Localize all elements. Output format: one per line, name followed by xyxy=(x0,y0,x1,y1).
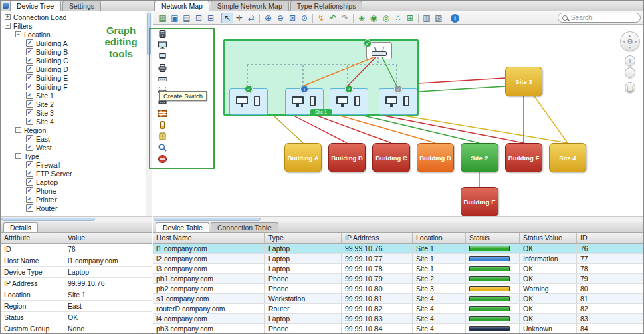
tab-device-tree[interactable]: Device Tree xyxy=(10,1,61,11)
search-box[interactable] xyxy=(558,13,641,23)
tab-connection-table[interactable]: Connection Table xyxy=(211,222,278,232)
tree-item-type[interactable]: −Type xyxy=(1,152,145,160)
tab-settings[interactable]: Settings xyxy=(62,1,101,11)
tree-item-site-3[interactable]: ✓Site 3 xyxy=(1,108,145,117)
create-firewall-tool[interactable] xyxy=(156,108,169,119)
map-node-building-f[interactable]: Building F xyxy=(505,143,542,172)
checkbox-checked[interactable]: ✓ xyxy=(26,170,33,177)
checkbox-checked[interactable]: ✓ xyxy=(26,83,33,90)
zoom-reset-button[interactable]: ⊙ xyxy=(298,13,310,23)
router-device[interactable]: ✓ xyxy=(366,42,392,59)
tree-item-region[interactable]: −Region xyxy=(1,126,145,134)
tree-item-west[interactable]: ✓West xyxy=(1,143,145,152)
pan-right-icon[interactable]: ▸ xyxy=(635,39,637,43)
checkbox-checked[interactable]: ✓ xyxy=(26,135,33,142)
checkbox-checked[interactable]: ✓ xyxy=(26,57,33,64)
zoom-region-button[interactable]: ⊠ xyxy=(286,13,298,23)
checkbox-checked[interactable]: ✓ xyxy=(26,74,33,81)
create-server-tool[interactable] xyxy=(156,28,169,39)
pan-tool-button[interactable]: ✛ xyxy=(233,13,245,23)
select-tool-button[interactable]: ↖ xyxy=(221,13,233,23)
checkbox-checked[interactable]: ✓ xyxy=(26,100,33,108)
create-phone-tool[interactable] xyxy=(156,119,169,130)
zoom-out-button[interactable]: ⊖ xyxy=(274,13,286,23)
map-node-building-c[interactable]: Building C xyxy=(372,143,410,172)
checkbox-checked[interactable]: ✓ xyxy=(26,196,33,203)
tree-item-site-4[interactable]: ✓Site 4 xyxy=(1,117,145,126)
tree-item-east[interactable]: ✓East xyxy=(1,134,145,143)
map-node-building-d[interactable]: Building D xyxy=(417,143,454,172)
checkbox-checked[interactable]: ✓ xyxy=(26,144,33,151)
checkbox-checked[interactable]: ✓ xyxy=(26,65,33,73)
tree-item-building-e[interactable]: ✓Building E xyxy=(1,73,145,82)
export-image-button[interactable]: ▦ xyxy=(156,13,169,23)
map-node-building-a[interactable]: Building A xyxy=(284,143,322,172)
tree-item-site-1[interactable]: ✓Site 1 xyxy=(1,91,145,100)
collapse-icon[interactable]: − xyxy=(15,153,21,159)
create-laptop-tool[interactable] xyxy=(156,51,169,62)
column-header-status[interactable]: Status xyxy=(466,233,520,243)
checkbox-checked[interactable]: ✓ xyxy=(26,118,33,125)
checkbox-checked[interactable]: ✓ xyxy=(26,92,33,99)
create-probe-tool[interactable] xyxy=(156,142,169,153)
expand-icon[interactable]: + xyxy=(5,14,11,20)
pan-up-icon[interactable]: ▴ xyxy=(629,33,631,37)
create-workstation-tool[interactable] xyxy=(156,39,169,51)
zoom-out-control[interactable]: − xyxy=(625,67,635,78)
tree-horizontal-scrollbar[interactable] xyxy=(1,216,152,222)
column-header-host-name[interactable]: Host Name xyxy=(153,233,265,243)
pan-left-icon[interactable]: ◂ xyxy=(623,39,625,43)
table-row-77[interactable]: l2.company.comLaptop99.99.10.77Site 1Inf… xyxy=(153,254,644,264)
pan-down-icon[interactable]: ▾ xyxy=(629,45,631,49)
zoom-in-button[interactable]: ⊕ xyxy=(262,13,274,23)
overlap-removal-button[interactable]: ▨ xyxy=(433,13,445,23)
network-map-canvas[interactable]: ✓ ✓i✓? Site 1 Site 3Building ABuilding B… xyxy=(153,25,644,216)
map-node-site-3[interactable]: Site 3 xyxy=(505,67,542,96)
move-tool-button[interactable]: ⇄ xyxy=(245,13,257,23)
table-row-80[interactable]: ph2.company.comPhone99.99.10.80Site 3War… xyxy=(153,284,644,294)
tree-vertical-scrollbar[interactable] xyxy=(146,11,152,216)
tree-item-site-2[interactable]: ✓Site 2 xyxy=(1,100,145,108)
table-row-84[interactable]: ph3.company.comPhone99.99.10.84Site 4Unk… xyxy=(153,324,644,334)
tab-device-table[interactable]: Device Table xyxy=(156,222,209,232)
column-header-id[interactable]: ID xyxy=(577,233,644,243)
table-row-83[interactable]: l4.company.comLaptop99.99.10.83Site 4OK8… xyxy=(153,314,644,324)
collapse-icon[interactable]: − xyxy=(15,127,21,133)
collapse-icon[interactable]: − xyxy=(5,23,11,29)
fit-screen-control[interactable]: ▢ xyxy=(625,82,635,93)
checkbox-checked[interactable]: ✓ xyxy=(26,39,33,47)
tree-item-location[interactable]: −Location xyxy=(1,30,145,39)
map-node-site-4[interactable]: Site 4 xyxy=(549,143,586,172)
tree-item-printer[interactable]: ✓Printer xyxy=(1,195,145,204)
print-button[interactable]: ▤ xyxy=(181,13,193,23)
hierarchical-layout-button[interactable]: ◈ xyxy=(356,13,368,23)
map-node-building-b[interactable]: Building B xyxy=(328,143,366,172)
checkbox-checked[interactable]: ✓ xyxy=(26,178,33,186)
scrollbar-thumb[interactable] xyxy=(147,13,151,55)
save-button[interactable]: ▣ xyxy=(169,13,181,23)
site-device-group[interactable]: ? xyxy=(379,88,417,115)
column-header-location[interactable]: Location xyxy=(413,233,466,243)
scrollbar-thumb[interactable] xyxy=(154,218,261,221)
site-1-group[interactable]: ✓ ✓i✓? Site 1 xyxy=(223,39,419,116)
map-node-building-e[interactable]: Building E xyxy=(461,187,498,216)
create-ups-tool[interactable] xyxy=(156,130,169,142)
tree-item-laptop[interactable]: ✓Laptop xyxy=(1,178,145,186)
scrollbar-thumb[interactable] xyxy=(1,218,95,221)
create-printer-tool[interactable] xyxy=(156,62,169,73)
checkbox-checked[interactable]: ✓ xyxy=(26,187,33,194)
table-row-81[interactable]: s1.company.comWorkstation99.99.10.81Site… xyxy=(153,294,644,304)
tab-type-relationships[interactable]: Type Relationships xyxy=(290,1,363,11)
tree-item-building-f[interactable]: ✓Building F xyxy=(1,82,145,91)
table-row-78[interactable]: l3.company.comLaptop99.99.10.78Site 1OK7… xyxy=(153,264,644,274)
tree-item-router[interactable]: ✓Router xyxy=(1,204,145,212)
tree-item-building-b[interactable]: ✓Building B xyxy=(1,47,145,56)
map-horizontal-scrollbar[interactable] xyxy=(153,216,644,222)
delete-tool[interactable] xyxy=(156,153,169,164)
checkbox-checked[interactable]: ✓ xyxy=(26,48,33,55)
pan-control[interactable]: ▴ ▾ ◂ ▸ ⚙ xyxy=(620,31,640,51)
interactive-mode-button[interactable]: ↯ xyxy=(315,13,327,23)
table-row-76[interactable]: l1.company.comLaptop99.99.10.76Site 1OK7… xyxy=(153,244,644,254)
checkbox-checked[interactable]: ✓ xyxy=(26,161,33,168)
redo-button[interactable]: ↷ xyxy=(339,13,351,23)
